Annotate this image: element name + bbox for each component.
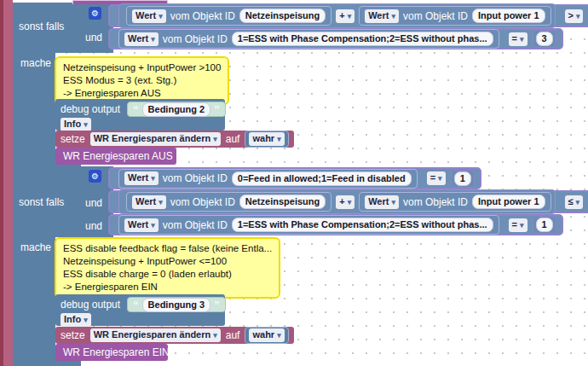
- close-quote-icon: [214, 299, 220, 311]
- boolean-dropdown[interactable]: wahr: [249, 328, 284, 342]
- gear-icon[interactable]: ⚙: [89, 7, 101, 20]
- compare-operator-dropdown[interactable]: =: [509, 218, 527, 232]
- do-label-2: mache: [20, 241, 51, 253]
- vom-objekt-id-label: vom Objekt ID: [170, 10, 235, 22]
- number-block[interactable]: 1: [451, 170, 475, 188]
- debug-block-1[interactable]: debug output Bedingung 2 Info: [55, 99, 225, 131]
- log-level-dropdown[interactable]: Info: [61, 118, 91, 131]
- get-value-block[interactable]: Wert vom Objekt ID 0=Feed in allowed;1=F…: [118, 169, 418, 189]
- condition-block-s1-2[interactable]: Wert vom Objekt ID 1=ESS with Phase Comp…: [108, 28, 563, 49]
- string-block[interactable]: Bedingung 3: [127, 297, 226, 312]
- vom-objekt-id-label: vom Objekt ID: [170, 196, 235, 208]
- condition-block-s2-3[interactable]: Wert vom Objekt ID 1=ESS with Phase Comp…: [108, 214, 563, 235]
- comment-line: Netzeinspeisung + InputPower >100: [63, 61, 221, 74]
- open-quote-icon: [133, 104, 139, 115]
- object-id-field[interactable]: 1=ESS with Phase Compensation;2=ESS with…: [232, 218, 493, 232]
- value-type-dropdown[interactable]: Wert: [124, 218, 159, 232]
- to-label: auf: [226, 329, 240, 341]
- object-id-field[interactable]: 1=ESS with Phase Compensation;2=ESS with…: [232, 32, 493, 46]
- value-type-dropdown[interactable]: Wert: [124, 171, 159, 185]
- else-if-label-1: sonst falls: [19, 20, 64, 32]
- comment-line: -> Energiesparen AUS: [63, 87, 221, 100]
- get-value-block[interactable]: Wert vom Objekt ID Input power 1: [359, 6, 551, 26]
- gear-glyph: ⚙: [91, 9, 99, 18]
- gear-icon[interactable]: ⚙: [89, 170, 101, 183]
- number-field[interactable]: 3: [536, 32, 553, 46]
- function-call-block-2[interactable]: WR Energiesparen EIN: [55, 344, 168, 361]
- set-variable-block-2[interactable]: setze WR Energiesparen ändern auf wahr: [55, 327, 294, 344]
- compare-operator-dropdown[interactable]: =: [509, 32, 527, 46]
- function-name: WR Energiesparen EIN: [63, 346, 170, 358]
- set-label: setze: [61, 329, 85, 341]
- debug-output-label: debug output: [61, 103, 120, 115]
- open-quote-icon: [133, 299, 139, 311]
- debug-block-2[interactable]: debug output Bedingung 3 Info: [55, 294, 225, 326]
- get-value-block[interactable]: Wert vom Objekt ID 1=ESS with Phase Comp…: [118, 215, 499, 235]
- boolean-block[interactable]: wahr: [245, 327, 288, 344]
- value-type-dropdown[interactable]: Wert: [365, 9, 399, 23]
- condition-block-s2-2[interactable]: Wert vom Objekt ID Netzeinspeisung + Wer…: [108, 190, 588, 213]
- object-id-field[interactable]: Input power 1: [472, 9, 545, 23]
- outer-block-left-edge[interactable]: [0, 0, 13, 366]
- comment-line: Netzeinspeisung + InputPower <=100: [63, 255, 272, 268]
- blockly-workspace[interactable]: sonst falls ⚙ Wert vom Objekt ID Netzein…: [0, 0, 588, 366]
- set-label: setze: [61, 133, 85, 145]
- value-type-dropdown[interactable]: Wert: [132, 9, 166, 23]
- value-type-dropdown[interactable]: Wert: [124, 32, 159, 46]
- close-quote-icon: [214, 104, 220, 115]
- vom-objekt-id-label: vom Objekt ID: [403, 10, 468, 22]
- compare-operator-dropdown[interactable]: =: [427, 171, 446, 185]
- gear-glyph: ⚙: [91, 172, 99, 181]
- number-block[interactable]: 1: [533, 216, 556, 234]
- value-type-dropdown[interactable]: Wert: [132, 195, 166, 209]
- comment-line: ESS disable feedback flag = false (keine…: [63, 242, 272, 255]
- debug-message-field[interactable]: Bedingung 2: [142, 102, 211, 117]
- object-id-field[interactable]: Input power 1: [472, 195, 545, 209]
- get-value-block[interactable]: Wert vom Objekt ID Input power 1: [359, 192, 551, 212]
- number-block[interactable]: 3: [533, 30, 556, 48]
- object-id-field[interactable]: 0=Feed in allowed;1=Feed in disabled: [232, 171, 412, 186]
- vom-objekt-id-label: vom Objekt ID: [163, 172, 228, 184]
- arithmetic-block[interactable]: Wert vom Objekt ID Netzeinspeisung + Wer…: [118, 3, 556, 28]
- variable-dropdown[interactable]: WR Energiesparen ändern: [90, 328, 221, 342]
- function-call-block-1[interactable]: WR Energiesparen AUS: [55, 148, 176, 165]
- string-block[interactable]: Bedingung 2: [127, 102, 226, 117]
- and-label: und: [85, 197, 102, 209]
- boolean-dropdown[interactable]: wahr: [249, 132, 284, 146]
- arithmetic-block[interactable]: Wert vom Objekt ID Netzeinspeisung + Wer…: [118, 189, 556, 214]
- set-variable-block-1[interactable]: setze WR Energiesparen ändern auf wahr: [55, 131, 294, 148]
- number-field[interactable]: 1: [536, 218, 553, 232]
- get-value-block[interactable]: Wert vom Objekt ID Netzeinspeisung: [126, 6, 331, 26]
- variable-dropdown[interactable]: WR Energiesparen ändern: [90, 132, 221, 146]
- and-label: und: [85, 220, 102, 232]
- vom-objekt-id-label: vom Objekt ID: [403, 196, 468, 208]
- comment-block-1[interactable]: Netzeinspeisung + InputPower >100 ESS Mo…: [55, 56, 229, 105]
- log-level-dropdown[interactable]: Info: [61, 313, 91, 327]
- comment-line: -> Energiesparen EIN: [63, 281, 272, 293]
- debug-message-field[interactable]: Bedingung 3: [142, 298, 211, 312]
- vom-objekt-id-label: vom Objekt ID: [163, 33, 228, 45]
- else-if-label-2: sonst falls: [19, 196, 64, 208]
- math-operator-dropdown[interactable]: +: [336, 195, 355, 209]
- get-value-block[interactable]: Wert vom Objekt ID 1=ESS with Phase Comp…: [118, 29, 499, 49]
- object-id-field[interactable]: Netzeinspeisung: [239, 9, 326, 23]
- get-value-block[interactable]: Wert vom Objekt ID Netzeinspeisung: [126, 192, 331, 212]
- vom-objekt-id-label: vom Objekt ID: [163, 219, 228, 231]
- number-field[interactable]: 1: [454, 171, 471, 186]
- comment-block-2[interactable]: ESS disable feedback flag = false (keine…: [55, 237, 280, 299]
- debug-output-label: debug output: [61, 299, 120, 311]
- do-label-1: mache: [20, 57, 51, 69]
- compare-operator-dropdown[interactable]: ≤: [565, 195, 584, 209]
- condition-block-s1-1[interactable]: Wert vom Objekt ID Netzeinspeisung + Wer…: [108, 4, 588, 27]
- and-label: und: [85, 32, 102, 44]
- object-id-field[interactable]: Netzeinspeisung: [239, 195, 326, 209]
- boolean-block[interactable]: wahr: [245, 131, 288, 148]
- function-name: WR Energiesparen AUS: [63, 150, 173, 162]
- comment-line: ESS Modus = 3 (ext. Stg.): [63, 74, 221, 87]
- comment-line: ESS disable charge = 0 (laden erlaubt): [63, 268, 272, 281]
- to-label: auf: [226, 133, 240, 145]
- compare-operator-dropdown[interactable]: >: [565, 9, 584, 23]
- value-type-dropdown[interactable]: Wert: [365, 195, 399, 209]
- condition-block-s2-1[interactable]: Wert vom Objekt ID 0=Feed in allowed;1=F…: [108, 167, 481, 189]
- math-operator-dropdown[interactable]: +: [336, 9, 355, 23]
